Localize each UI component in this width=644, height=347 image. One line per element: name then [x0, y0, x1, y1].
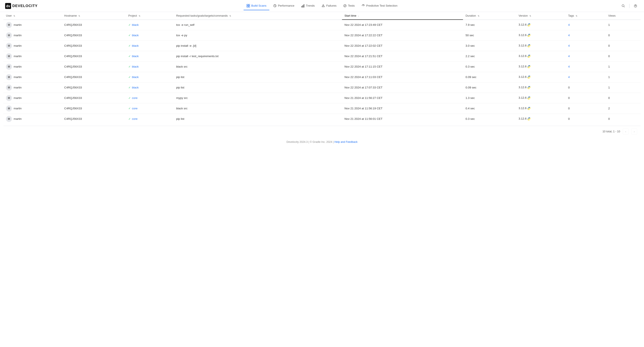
- pagination-next[interactable]: ›: [631, 129, 637, 135]
- cell-start-time: Nov 22 2024 at 17:11:15 CET: [342, 61, 463, 72]
- cell-start-time: Nov 21 2024 at 11:56:19 CET: [342, 103, 463, 114]
- cell-hostname: C4RQJ56X33: [62, 61, 126, 72]
- project-link[interactable]: core: [132, 96, 138, 100]
- project-link[interactable]: black: [132, 55, 139, 58]
- search-button[interactable]: [620, 3, 627, 9]
- svg-rect-3: [248, 4, 250, 6]
- cell-project: ✓black: [126, 20, 174, 30]
- cell-views: 0: [606, 30, 640, 41]
- username: martin: [14, 55, 22, 58]
- avatar: M: [6, 95, 12, 101]
- nav-item-failures[interactable]: Failures: [318, 2, 340, 10]
- sort-icon-user: ⇅: [14, 15, 15, 17]
- tags-link[interactable]: 4: [568, 44, 570, 47]
- python-icon: [527, 55, 531, 58]
- cell-user: Mmartin: [4, 114, 62, 124]
- table-row: MmartinC4RQJ56X33✓blacktox -e run_selfNo…: [4, 20, 640, 30]
- table-footer: 10 total, 1 - 10 ‹ ›: [4, 126, 640, 137]
- col-tasks[interactable]: Requested tasks/goals/targets/commands ⇅: [174, 12, 342, 20]
- avatar: M: [6, 85, 12, 91]
- build-scans-table: User ⇅ Hostname ⇅ Project ⇅ Requested ta…: [4, 12, 640, 124]
- cell-start-time: Nov 22 2024 at 17:07:33 CET: [342, 82, 463, 93]
- cell-start-time: Nov 21 2024 at 11:56:01 CET: [342, 114, 463, 124]
- cell-tasks: tox -e py: [174, 30, 342, 41]
- username: martin: [14, 86, 22, 89]
- project-link[interactable]: black: [132, 23, 139, 27]
- svg-point-35: [529, 109, 530, 110]
- col-tags[interactable]: Tags ⇅: [566, 12, 606, 20]
- tags-link[interactable]: 4: [568, 23, 570, 27]
- version-text: 3.12.6: [518, 107, 527, 110]
- project-link[interactable]: black: [132, 65, 139, 68]
- table-body: MmartinC4RQJ56X33✓blacktox -e run_selfNo…: [4, 20, 640, 124]
- main-nav: dv DEVELOCITY Build Scans Performance: [0, 0, 644, 12]
- project-link[interactable]: black: [132, 44, 139, 47]
- nav-item-tests[interactable]: Tests: [340, 2, 358, 10]
- project-link[interactable]: black: [132, 86, 139, 89]
- nav-item-build-scans[interactable]: Build Scans: [244, 2, 270, 10]
- cell-version: 3.12.6: [516, 82, 566, 93]
- nav-item-trends[interactable]: Trends: [298, 2, 318, 10]
- avatar: M: [6, 106, 12, 112]
- cell-project: ✓core: [126, 93, 174, 103]
- svg-point-29: [529, 78, 530, 78]
- col-user[interactable]: User ⇅: [4, 12, 62, 20]
- col-hostname[interactable]: Hostname ⇅: [62, 12, 126, 20]
- table-row: MmartinC4RQJ56X33✓blackblack srcNov 22 2…: [4, 61, 640, 72]
- nav-label-trends: Trends: [306, 4, 315, 7]
- cell-tasks: pip install -e .[d]: [174, 41, 342, 51]
- svg-point-17: [635, 7, 636, 7]
- table-row: MmartinC4RQJ56X33✓blackpip listNov 22 20…: [4, 72, 640, 82]
- tags-link[interactable]: 4: [568, 55, 570, 58]
- nav-item-performance[interactable]: Performance: [270, 2, 297, 10]
- cell-views: 0: [606, 93, 640, 103]
- sort-icon-start-time: ↓: [358, 15, 359, 17]
- cell-tasks: mypy src: [174, 93, 342, 103]
- tags-link[interactable]: 4: [568, 65, 570, 68]
- cell-tags: 0: [566, 93, 606, 103]
- pagination-prev[interactable]: ‹: [623, 129, 629, 135]
- cell-project: ✓black: [126, 61, 174, 72]
- cell-hostname: C4RQJ56X33: [62, 20, 126, 30]
- cell-hostname: C4RQJ56X33: [62, 72, 126, 82]
- cell-views: 0: [606, 114, 640, 124]
- tags-link[interactable]: 4: [568, 76, 570, 79]
- username: martin: [14, 34, 22, 37]
- svg-point-34: [528, 107, 529, 108]
- svg-point-25: [529, 57, 530, 57]
- col-duration[interactable]: Duration ⇅: [463, 12, 516, 20]
- cell-tags: 4: [566, 72, 606, 82]
- cell-tags: 0: [566, 103, 606, 114]
- project-link[interactable]: core: [132, 107, 138, 110]
- cell-project: ✓core: [126, 103, 174, 114]
- project-link[interactable]: black: [132, 76, 139, 79]
- cell-views: 2: [606, 103, 640, 114]
- cell-project: ✓core: [126, 114, 174, 124]
- col-project[interactable]: Project ⇅: [126, 12, 174, 20]
- footer-help-link[interactable]: Help and Feedback: [334, 140, 357, 143]
- cell-project: ✓black: [126, 82, 174, 93]
- col-version[interactable]: Version ⇅: [516, 12, 566, 20]
- version-text: 3.12.6: [518, 75, 527, 79]
- version-text: 3.12.6: [518, 54, 527, 58]
- status-check-icon: ✓: [128, 34, 131, 37]
- cell-duration: 0.09 sec: [463, 82, 516, 93]
- help-button[interactable]: [632, 3, 639, 9]
- main-content: User ⇅ Hostname ⇅ Project ⇅ Requested ta…: [0, 12, 644, 137]
- cell-tasks: black src: [174, 61, 342, 72]
- project-link[interactable]: black: [132, 34, 139, 37]
- username: martin: [14, 76, 22, 79]
- col-start-time[interactable]: Start time ↓: [342, 12, 463, 20]
- python-icon: [527, 44, 531, 48]
- build-scans-icon: [246, 4, 250, 8]
- project-link[interactable]: core: [132, 117, 138, 120]
- nav-item-predictive-test-selection[interactable]: Predictive Test Selection: [358, 2, 400, 10]
- svg-point-13: [363, 5, 364, 6]
- cell-user: Mmartin: [4, 72, 62, 82]
- python-icon: [527, 107, 531, 110]
- svg-point-18: [528, 24, 529, 24]
- tags-link[interactable]: 4: [568, 34, 570, 37]
- cell-user: Mmartin: [4, 41, 62, 51]
- cell-views: 1: [606, 61, 640, 72]
- avatar: M: [6, 53, 12, 59]
